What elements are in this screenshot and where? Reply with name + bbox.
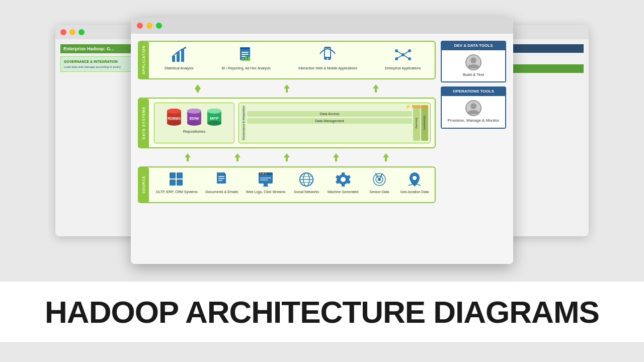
app-label-mobile: Interactive Web & Mobile Applications <box>298 66 357 70</box>
application-layer-content: Statistical Analysis <box>150 42 435 74</box>
close-dot <box>60 29 66 35</box>
svg-marker-46 <box>185 153 191 157</box>
application-layer-label: APPLICATION <box>138 42 149 78</box>
svg-rect-9 <box>242 58 244 61</box>
data-cols: Governance & Integration Data Access Dat… <box>241 105 428 141</box>
application-items: Statistical Analysis <box>154 46 431 70</box>
arrow-up-4 <box>332 152 341 162</box>
diagram-area: APPLICATION <box>138 41 436 257</box>
svg-rect-6 <box>242 52 249 53</box>
arrows-row-2 <box>138 152 436 162</box>
governance-col: Governance & Integration <box>241 105 246 141</box>
svg-rect-53 <box>335 157 337 161</box>
data-management-label: Data Management <box>247 118 412 124</box>
ops-tools-header: OPERATIONS TOOLS <box>441 86 506 96</box>
side-panel: DEV & DATA TOOLS Build & Test OPERATIO <box>441 41 506 257</box>
edw-item: EDW <box>186 106 203 127</box>
svg-line-21 <box>403 51 410 55</box>
source-social: Social Networks <box>293 171 319 194</box>
ops-tools-content: Provision, Manage & Monitor <box>441 96 506 128</box>
app-label-bi: BI / Reporting, Ad Hoc Analysis <box>222 66 271 70</box>
svg-rect-69 <box>260 177 271 178</box>
svg-rect-7 <box>242 54 249 55</box>
svg-line-22 <box>396 55 403 59</box>
svg-text:MPP: MPP <box>210 116 219 121</box>
source-docs: Documents & Emails <box>205 171 238 194</box>
svg-point-34 <box>167 109 181 114</box>
mobile-icon <box>318 46 337 64</box>
app-label-enterprise: Enterprise Applications <box>385 66 421 70</box>
app-item-enterprise: Enterprise Applications <box>385 46 421 70</box>
arrow-3 <box>372 83 380 94</box>
bar-chart-icon <box>170 46 188 64</box>
arrow-up-2 <box>233 152 242 162</box>
svg-point-83 <box>470 57 476 63</box>
svg-point-43 <box>207 121 221 126</box>
dev-tools-box: DEV & DATA TOOLS Build & Test <box>441 41 506 82</box>
doc-icon <box>214 171 230 188</box>
source-label-sensor: Sensor Data <box>370 190 389 194</box>
minimize-dot <box>69 29 75 35</box>
svg-rect-5 <box>240 47 250 49</box>
ops-tools-label: Provision, Manage & Monitor <box>448 118 500 123</box>
svg-point-82 <box>413 176 417 180</box>
source-label-weblogs: Web Logs, Click Streams <box>246 190 285 194</box>
hadoop-panel: ⚡ hadoop Governance & Integration Data A… <box>238 103 431 143</box>
svg-marker-54 <box>383 153 389 157</box>
source-layer: SOURCE <box>138 166 436 203</box>
svg-point-33 <box>167 121 181 126</box>
svg-point-66 <box>260 173 262 174</box>
data-systems-content: RDBMS <box>150 99 435 147</box>
svg-marker-27 <box>284 84 290 88</box>
rdbms-item: RDBMS <box>166 106 183 127</box>
application-layer: APPLICATION <box>138 41 436 79</box>
data-systems-label: DATA SYSTEMS <box>138 99 149 147</box>
dev-tools-content: Build & Test <box>441 50 506 82</box>
grid-icon <box>169 171 185 188</box>
svg-rect-28 <box>286 88 288 93</box>
ops-avatar <box>465 100 481 116</box>
data-systems-layer: DATA SYSTEMS <box>138 98 436 148</box>
page-title: HADOOP ARCHITECTURE DIAGRAMS <box>45 294 599 330</box>
security-col: Security <box>413 105 420 141</box>
app-item-statistical: Statistical Analysis <box>164 46 194 70</box>
svg-point-68 <box>265 173 267 174</box>
svg-rect-49 <box>236 157 238 161</box>
arrow-2 <box>283 83 291 94</box>
nodes-icon <box>394 46 412 64</box>
scene: Enterprise Hadoop: G... GOVERNANCE & INT… <box>0 0 644 282</box>
hadoop-badge: ⚡ hadoop <box>405 104 428 109</box>
ops-tools-box: OPERATIONS TOOLS Provision, Manage & Mon… <box>441 86 506 128</box>
source-machine: Machine Generated <box>328 171 358 194</box>
svg-rect-71 <box>264 184 268 186</box>
data-col-main: Data Access Data Management <box>247 105 412 141</box>
mpp-item: MPP <box>206 106 223 127</box>
svg-line-23 <box>403 55 410 59</box>
svg-text:RDBMS: RDBMS <box>168 117 181 120</box>
svg-rect-30 <box>375 88 377 93</box>
svg-point-67 <box>263 173 264 174</box>
cursor-icon <box>258 171 274 188</box>
svg-rect-11 <box>248 57 250 61</box>
svg-rect-2 <box>181 49 184 62</box>
svg-rect-70 <box>260 179 268 180</box>
svg-text:EDW: EDW <box>190 116 199 121</box>
arrow-1 <box>194 83 202 94</box>
source-label-docs: Documents & Emails <box>205 190 238 194</box>
repositories-label: Repositories <box>183 129 205 134</box>
svg-point-39 <box>187 109 201 114</box>
svg-marker-50 <box>284 153 290 157</box>
svg-rect-56 <box>170 172 176 178</box>
svg-rect-1 <box>177 52 180 62</box>
svg-line-20 <box>396 51 403 55</box>
gear-icon <box>335 171 351 188</box>
svg-marker-26 <box>195 88 201 93</box>
source-label-oltp: OLTP, ERP, CRM Systems <box>156 190 198 194</box>
svg-point-3 <box>184 47 186 49</box>
svg-rect-10 <box>245 56 247 61</box>
document-icon <box>237 46 255 64</box>
arrows-row-1 <box>138 83 436 94</box>
main-content: APPLICATION <box>131 34 513 264</box>
main-window: APPLICATION <box>131 18 513 264</box>
source-label-social: Social Networks <box>294 190 319 194</box>
